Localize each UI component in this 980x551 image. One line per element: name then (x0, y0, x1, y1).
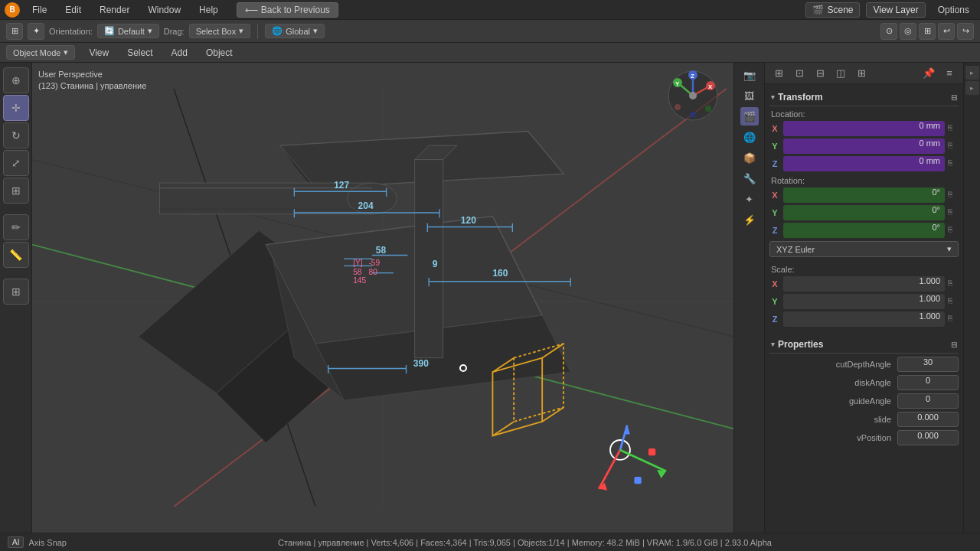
cut-depth-angle-label: cutDepthAngle (769, 360, 897, 369)
rotate-tool[interactable]: ↻ (3, 122, 29, 148)
back-icon: ⟵ (245, 5, 258, 15)
options-label[interactable]: Options (932, 3, 975, 17)
copy-rotation-x-icon[interactable]: ⎘ (948, 190, 959, 201)
menu-file[interactable]: File (26, 3, 53, 17)
properties-header[interactable]: ▾ Properties ⊟ (769, 336, 959, 354)
redo-icon[interactable]: ↪ (957, 23, 974, 40)
copy-rotation-z-icon[interactable]: ⎘ (948, 225, 959, 236)
v-position-input[interactable]: 0.000 (897, 430, 959, 445)
orientation-dropdown[interactable]: 🔄 Default ▾ (97, 24, 159, 38)
snap-icon[interactable]: ⊙ (880, 23, 897, 40)
panel-pin-icon[interactable]: 📌 (920, 64, 938, 83)
proportional-icon[interactable]: ◎ (900, 23, 916, 40)
scene-properties-icon[interactable]: 🎬 (740, 107, 759, 126)
copy-scale-y-icon[interactable]: ⎘ (948, 296, 959, 307)
edge-btn-2[interactable]: ▸ (965, 81, 979, 95)
guide-angle-row: guideAngle 0 (769, 393, 959, 409)
v-position-label: vPosition (769, 433, 897, 442)
particles-icon[interactable]: ✦ (740, 190, 759, 208)
edge-btn-1[interactable]: ▸ (965, 66, 979, 80)
menu-edit[interactable]: Edit (59, 3, 87, 17)
render-properties-icon[interactable]: 📷 (740, 66, 759, 84)
header-add[interactable]: Add (167, 46, 192, 60)
drag-dropdown[interactable]: Select Box ▾ (189, 24, 251, 38)
panel-icon-2[interactable]: ⊡ (790, 64, 808, 83)
scale-z-input[interactable]: 1.000 (783, 311, 945, 327)
add-tool[interactable]: ⊞ (3, 279, 29, 305)
scale-x-row: X 1.000 ⎘ (769, 276, 959, 292)
view-layer-selector[interactable]: View Layer (866, 2, 925, 18)
object-properties-icon[interactable]: 📦 (740, 148, 759, 167)
panel-icon-3[interactable]: ⊟ (811, 64, 829, 83)
panel-icon-5[interactable]: ⊞ (852, 64, 871, 83)
svg-point-77 (705, 106, 711, 112)
navigation-gizmo[interactable]: X Y Z (666, 69, 727, 130)
output-properties-icon[interactable]: 🖼 (740, 86, 759, 105)
copy-location-z-icon[interactable]: ⎘ (948, 158, 959, 169)
chevron-down-icon: ▾ (148, 26, 152, 36)
measure-tool[interactable]: 📏 (3, 242, 29, 268)
modifier-properties-icon[interactable]: 🔧 (740, 169, 759, 187)
copy-scale-x-icon[interactable]: ⎘ (948, 279, 959, 289)
mode-icon-2[interactable]: ✦ (28, 23, 44, 40)
world-properties-icon[interactable]: 🌐 (740, 128, 759, 146)
viewport[interactable]: 127 204 120 160 390 58 9 [Y] 58 145 -59 … (32, 63, 733, 533)
global-selector[interactable]: 🌐 Global ▾ (265, 24, 325, 38)
transform-arrow-icon: ▾ (771, 93, 775, 101)
slide-input[interactable]: 0.000 (897, 412, 959, 427)
scene-selector[interactable]: 🎬 Scene (805, 2, 860, 18)
panel-close-icon[interactable]: ≡ (940, 64, 959, 83)
cursor-tool[interactable]: ⊕ (3, 67, 29, 93)
svg-text:-59: -59 (368, 259, 380, 267)
object-mode-dropdown[interactable]: Object Mode ▾ (6, 45, 75, 60)
transform-tool[interactable]: ⊞ (3, 178, 29, 204)
scale-x-input[interactable]: 1.000 (783, 276, 945, 292)
guide-angle-input[interactable]: 0 (897, 393, 959, 409)
menu-window[interactable]: Window (142, 3, 187, 17)
slide-row: slide 0.000 (769, 412, 959, 427)
orientation-label: Orientation: (49, 27, 93, 36)
header-view[interactable]: View (84, 46, 113, 60)
move-tool[interactable]: ✛ (3, 95, 29, 121)
location-x-row: X 0 mm ⎘ (769, 121, 959, 136)
mode-icon-1[interactable]: ⊞ (6, 23, 23, 40)
rotation-z-input[interactable]: 0° (783, 223, 945, 238)
y-label: Y (769, 142, 780, 151)
svg-point-76 (675, 104, 681, 110)
guide-angle-label: guideAngle (769, 396, 897, 406)
location-y-input[interactable]: 0 mm (783, 139, 945, 154)
back-to-previous-button[interactable]: ⟵ Back to Previous (237, 2, 338, 18)
scale-y-row: Y 1.000 ⎘ (769, 294, 959, 309)
cut-depth-angle-row: cutDepthAngle 30 (769, 357, 959, 372)
status-bar: AI Axis Snap Станина | управление | Vert… (0, 533, 980, 551)
euler-selector[interactable]: XYZ Euler ▾ (769, 241, 959, 257)
rotation-x-input[interactable]: 0° (783, 187, 945, 203)
panel-icon-4[interactable]: ◫ (831, 64, 850, 83)
cut-depth-angle-input[interactable]: 30 (897, 357, 959, 372)
undo-icon[interactable]: ↩ (938, 23, 955, 40)
transform-header[interactable]: ▾ Transform ⊟ (769, 89, 959, 106)
scale-y-input[interactable]: 1.000 (783, 294, 945, 309)
grid-icon[interactable]: ⊞ (919, 23, 936, 40)
menu-help[interactable]: Help (193, 3, 224, 17)
copy-scale-z-icon[interactable]: ⎘ (948, 314, 959, 324)
copy-location-x-icon[interactable]: ⎘ (948, 123, 959, 134)
physics-icon[interactable]: ⚡ (740, 210, 759, 229)
global-chevron-icon: ▾ (313, 26, 318, 36)
rotation-y-input[interactable]: 0° (783, 205, 945, 220)
location-x-input[interactable]: 0 mm (783, 121, 945, 136)
copy-rotation-y-icon[interactable]: ⎘ (948, 207, 959, 218)
annotate-tool[interactable]: ✏ (3, 214, 29, 240)
menu-render[interactable]: Render (93, 3, 136, 17)
panel-top-icons: ⊞ ⊡ ⊟ ◫ ⊞ 📌 ≡ (765, 63, 963, 84)
drag-label: Drag: (164, 27, 185, 36)
header-select[interactable]: Select (122, 46, 157, 60)
panel-expand-icon[interactable]: ⊞ (769, 64, 788, 83)
disk-angle-input[interactable]: 0 (897, 375, 959, 390)
location-z-input[interactable]: 0 mm (783, 156, 945, 171)
header-object[interactable]: Object (201, 46, 237, 60)
svg-text:58: 58 (376, 245, 387, 256)
scale-tool[interactable]: ⤢ (3, 150, 29, 176)
copy-location-y-icon[interactable]: ⎘ (948, 141, 959, 152)
panel-collapse-icon: ⊟ (951, 93, 957, 102)
